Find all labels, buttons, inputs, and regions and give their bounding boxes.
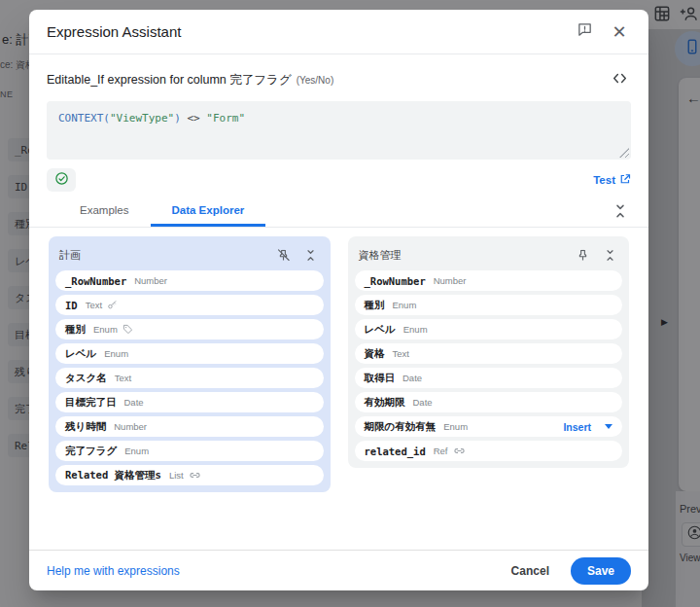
column-item[interactable]: 期限の有効有無EnumInsert <box>355 416 623 437</box>
column-item[interactable]: 有効期限Date <box>355 392 623 412</box>
save-button[interactable]: Save <box>571 557 631 585</box>
panel-title: 資格管理 <box>359 248 565 263</box>
dialog-title: Expression Assistant <box>47 23 561 40</box>
table-panel-shikaku-kanri: 資格管理_RowNumberNumber種別EnumレベルEnum資格Text取… <box>348 236 630 468</box>
open-in-new-icon <box>619 173 631 187</box>
column-type: Number <box>114 421 147 432</box>
label-icon <box>122 324 133 335</box>
column-name: 種別 <box>365 299 385 312</box>
close-button[interactable]: ✕ <box>608 20 631 44</box>
column-type: Date <box>124 397 144 408</box>
column-item[interactable]: _RowNumberNumber <box>55 270 324 291</box>
unpin-button[interactable] <box>275 246 293 264</box>
column-item[interactable]: 取得日Date <box>355 368 623 388</box>
expression-valid-badge <box>47 168 76 192</box>
valid-check-icon <box>54 171 69 190</box>
column-type: Date <box>413 397 433 408</box>
pin-button[interactable] <box>574 246 591 264</box>
column-name: ID <box>65 300 78 311</box>
feedback-button[interactable] <box>573 20 596 44</box>
test-button[interactable]: Test <box>593 173 631 187</box>
column-type: Enum <box>393 300 417 310</box>
column-name: _RowNumber <box>365 275 426 287</box>
panel-title: 計画 <box>59 248 265 263</box>
column-item[interactable]: Related 資格管理sList <box>55 465 324 485</box>
column-type: Enum <box>124 446 149 456</box>
column-item[interactable]: related_idRef <box>355 441 623 461</box>
expression-status-row: Test <box>47 168 631 192</box>
column-item[interactable]: レベルEnum <box>355 319 623 339</box>
close-icon: ✕ <box>612 23 626 41</box>
screen: e: 計画 ce: 資格 NE _RowID種別レベタス目標残り完了Rela ←… <box>0 0 700 607</box>
column-type: Enum <box>443 421 468 432</box>
column-item[interactable]: レベルEnum <box>55 343 324 364</box>
insert-column-button[interactable]: Insert <box>563 421 591 433</box>
column-item[interactable]: 目標完了日Date <box>55 392 324 412</box>
dialog-footer: Help me with expressions Cancel Save <box>29 550 648 590</box>
column-name: 取得日 <box>365 372 396 385</box>
column-item[interactable]: 資格Text <box>355 343 623 364</box>
column-type: Text <box>86 300 102 310</box>
expression-context-row: Editable_If expression for column 完了フラグ … <box>29 54 648 101</box>
feedback-icon <box>577 21 593 42</box>
column-name: 残り時間 <box>65 420 106 434</box>
column-item[interactable]: IDText <box>55 295 324 315</box>
column-name: 目標完了日 <box>65 396 117 410</box>
key-icon <box>107 300 118 310</box>
link-icon <box>453 445 466 457</box>
panel-header: 資格管理 <box>355 243 623 270</box>
code-view-button[interactable] <box>608 68 631 91</box>
column-item[interactable]: _RowNumberNumber <box>355 270 623 291</box>
column-item[interactable]: 種別Enum <box>355 295 623 315</box>
collapse-panel-button[interactable] <box>601 246 618 264</box>
column-type: Ref <box>434 446 448 456</box>
column-type-hint: (Yes/No) <box>297 75 334 86</box>
cancel-button[interactable]: Cancel <box>511 564 549 578</box>
table-panel-keikaku: 計画_RowNumberNumberIDText種別EnumレベルEnumタスク… <box>49 236 331 492</box>
insert-dropdown-caret[interactable] <box>605 424 612 429</box>
tab-examples[interactable]: Examples <box>58 196 151 227</box>
column-type: Enum <box>93 324 118 335</box>
column-type: Text <box>115 373 131 383</box>
expression-token: "ViewType" <box>110 112 174 125</box>
column-item[interactable]: 種別Enum <box>55 319 324 339</box>
tab-data-explorer[interactable]: Data Explorer <box>151 196 266 227</box>
column-item[interactable]: タスク名Text <box>55 368 324 388</box>
column-name: 種別 <box>65 323 86 337</box>
column-type: Enum <box>104 348 128 359</box>
column-item[interactable]: 残り時間Number <box>55 416 324 437</box>
column-type: Date <box>402 373 422 383</box>
column-type: Number <box>134 275 167 286</box>
column-name: レベル <box>365 323 396 337</box>
collapse-panel-button[interactable] <box>302 246 320 264</box>
column-name: 完了フラグ <box>65 445 117 458</box>
column-name: 期限の有効有無 <box>365 420 437 434</box>
expression-token: CONTEXT( <box>58 112 110 125</box>
column-name: 資格 <box>365 347 385 361</box>
collapse-all-button[interactable] <box>612 202 631 222</box>
help-link[interactable]: Help me with expressions <box>47 564 180 578</box>
column-item[interactable]: 完了フラグEnum <box>55 441 324 461</box>
expression-assistant-dialog: Expression Assistant ✕ Editable_If expre… <box>29 10 648 590</box>
data-explorer-panels: 計画_RowNumberNumberIDText種別EnumレベルEnumタスク… <box>29 228 648 550</box>
column-name: related_id <box>365 446 426 457</box>
column-name: レベル <box>65 347 96 361</box>
column-type: Enum <box>403 324 428 335</box>
link-icon <box>189 469 201 482</box>
panel-header: 計画 <box>55 243 324 270</box>
assistant-tabs: Examples Data Explorer <box>29 196 648 228</box>
column-name: 有効期限 <box>365 396 405 410</box>
expression-token: "Form" <box>206 112 245 125</box>
dialog-header: Expression Assistant ✕ <box>29 10 648 54</box>
column-type: List <box>169 470 184 481</box>
expression-context-label: Editable_If expression for column 完了フラグ <box>47 72 292 89</box>
column-name: タスク名 <box>65 372 107 385</box>
column-type: Text <box>393 348 409 359</box>
column-name: Related 資格管理s <box>65 469 161 482</box>
test-label: Test <box>593 174 615 186</box>
expression-token: ) <box>174 112 181 125</box>
column-name: _RowNumber <box>65 275 126 287</box>
code-icon <box>612 70 628 90</box>
column-type: Number <box>434 275 467 286</box>
expression-input[interactable]: CONTEXT("ViewType") <> "Form" <box>47 101 631 160</box>
